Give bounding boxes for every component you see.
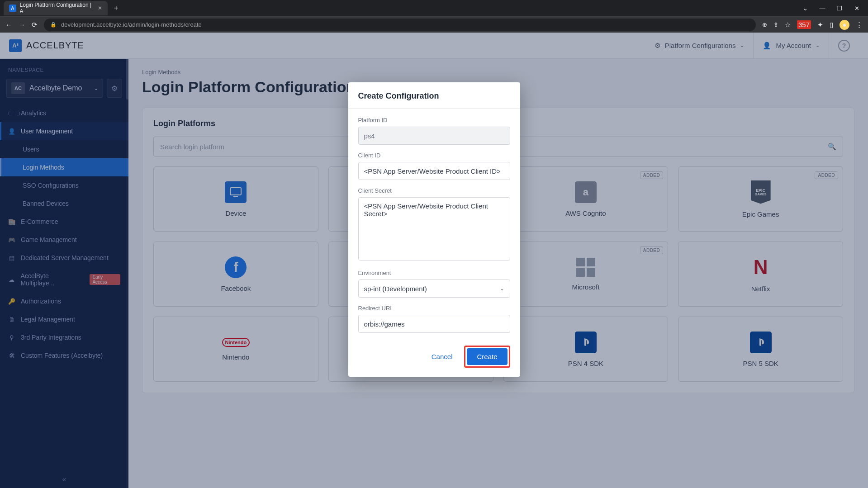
platform-id-input [358, 127, 510, 145]
redirect-uri-label: Redirect URI [358, 305, 510, 312]
panel-icon[interactable]: ▯ [830, 21, 833, 29]
create-configuration-modal: Create Configuration Platform ID Client … [348, 82, 520, 377]
window-controls: ⌄ ― ❐ ✕ [797, 5, 868, 12]
tab-bar: A Login Platform Configuration | A ✕ + ⌄… [0, 0, 868, 16]
url-input[interactable]: 🔒 development.accelbyte.io/admin/login-m… [44, 19, 756, 31]
environment-value: sp-int (Development) [364, 285, 427, 293]
client-secret-input[interactable] [358, 197, 510, 261]
environment-select[interactable]: sp-int (Development) ⌄ [358, 280, 510, 298]
app-root: A³ ACCELBYTE ⚙ Platform Configurations ⌄… [0, 33, 868, 488]
forward-icon[interactable]: → [19, 21, 25, 28]
browser-chrome: A Login Platform Configuration | A ✕ + ⌄… [0, 0, 868, 33]
address-bar: ← → ⟳ 🔒 development.accelbyte.io/admin/l… [0, 16, 868, 33]
environment-label: Environment [358, 270, 510, 276]
chevron-down-icon: ⌄ [500, 285, 504, 292]
client-secret-label: Client Secret [358, 187, 510, 194]
close-window-icon[interactable]: ✕ [849, 5, 864, 12]
tab-close-icon[interactable]: ✕ [98, 5, 102, 11]
modal-body: Platform ID Client ID Client Secret Envi… [348, 109, 520, 344]
browser-tab[interactable]: A Login Platform Configuration | A ✕ [4, 1, 108, 15]
platform-id-label: Platform ID [358, 117, 510, 123]
tab-title: Login Platform Configuration | A [20, 2, 94, 14]
chevron-down-icon[interactable]: ⌄ [797, 5, 813, 12]
create-button-highlight: Create [464, 346, 510, 368]
star-icon[interactable]: ☆ [785, 21, 791, 29]
cancel-button[interactable]: Cancel [424, 346, 460, 368]
menu-icon[interactable]: ⋮ [856, 21, 863, 29]
minimize-icon[interactable]: ― [815, 5, 830, 12]
url-text: development.accelbyte.io/admin/login-met… [61, 21, 202, 28]
lock-icon: 🔒 [50, 22, 57, 28]
back-icon[interactable]: ← [5, 21, 12, 28]
client-id-input[interactable] [358, 162, 510, 180]
toolbar-right-icons: ⊕ ⇪ ☆ 357 ✦ ▯ ● ⋮ [762, 20, 863, 30]
zoom-icon[interactable]: ⊕ [762, 21, 767, 28]
favicon-icon: A [9, 5, 16, 12]
maximize-icon[interactable]: ❐ [832, 5, 847, 12]
modal-footer: Cancel Create [348, 344, 520, 377]
extension-badge[interactable]: 357 [797, 20, 811, 29]
share-icon[interactable]: ⇪ [773, 21, 778, 28]
reload-icon[interactable]: ⟳ [32, 21, 38, 29]
profile-avatar[interactable]: ● [840, 20, 849, 30]
extensions-icon[interactable]: ✦ [817, 21, 823, 29]
new-tab-button[interactable]: + [109, 1, 123, 15]
create-button[interactable]: Create [467, 348, 507, 365]
redirect-uri-input[interactable] [358, 315, 510, 333]
client-id-label: Client ID [358, 152, 510, 159]
modal-title: Create Configuration [348, 82, 520, 109]
